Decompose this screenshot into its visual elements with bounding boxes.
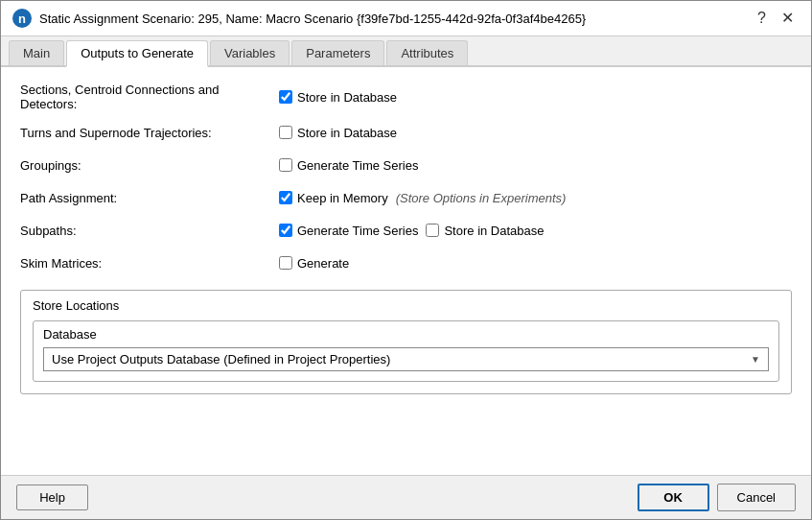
label-path: Path Assignment: bbox=[20, 191, 279, 205]
row-sections: Sections, Centroid Connections and Detec… bbox=[20, 83, 792, 111]
row-subpaths: Subpaths: Generate Time Series Store in … bbox=[20, 219, 792, 242]
ok-button[interactable]: OK bbox=[638, 484, 709, 511]
footer-left: Help bbox=[16, 485, 88, 510]
close-button[interactable]: ✕ bbox=[776, 9, 800, 28]
subpaths-gen-ts-checkbox[interactable] bbox=[279, 224, 292, 237]
tab-main[interactable]: Main bbox=[9, 40, 64, 65]
groupings-gen-ts-label: Generate Time Series bbox=[297, 158, 418, 173]
app-icon: n bbox=[12, 9, 32, 28]
footer: Help OK Cancel bbox=[1, 475, 811, 519]
skim-generate-label: Generate bbox=[297, 256, 349, 271]
dialog: n Static Assignment Scenario: 295, Name:… bbox=[0, 0, 812, 520]
tab-bar: Main Outputs to Generate Variables Param… bbox=[1, 36, 811, 67]
store-locations-group: Store Locations Database Use Project Out… bbox=[20, 290, 792, 394]
row-turns: Turns and Supernode Trajectories: Store … bbox=[20, 121, 792, 144]
subpaths-gen-ts-label: Generate Time Series bbox=[297, 224, 418, 238]
turns-store-db: Store in Database bbox=[279, 126, 397, 140]
subpaths-store-db-label: Store in Database bbox=[444, 224, 544, 238]
controls-groupings: Generate Time Series bbox=[279, 158, 418, 173]
sections-store-db-label: Store in Database bbox=[297, 90, 397, 105]
path-keep-memory: Keep in Memory bbox=[279, 191, 388, 205]
subpaths-gen-ts: Generate Time Series bbox=[279, 224, 418, 238]
path-keep-memory-checkbox[interactable] bbox=[279, 191, 292, 204]
help-footer-button[interactable]: Help bbox=[16, 485, 88, 510]
database-dropdown-value: Use Project Outputs Database (Defined in… bbox=[52, 352, 390, 366]
label-skim: Skim Matrices: bbox=[20, 256, 279, 271]
row-path: Path Assignment: Keep in Memory (Store O… bbox=[20, 186, 792, 209]
sections-store-db: Store in Database bbox=[279, 90, 397, 105]
controls-skim: Generate bbox=[279, 256, 349, 271]
groupings-gen-ts-checkbox[interactable] bbox=[279, 158, 292, 172]
row-groupings: Groupings: Generate Time Series bbox=[20, 154, 792, 177]
path-keep-memory-label: Keep in Memory bbox=[297, 191, 388, 205]
footer-right: OK Cancel bbox=[638, 484, 796, 511]
tab-parameters[interactable]: Parameters bbox=[291, 40, 384, 65]
subpaths-store-db: Store in Database bbox=[426, 224, 544, 238]
turns-store-db-checkbox[interactable] bbox=[279, 126, 292, 139]
controls-path: Keep in Memory (Store Options in Experim… bbox=[279, 191, 566, 205]
row-skim: Skim Matrices: Generate bbox=[20, 251, 792, 274]
help-button[interactable]: ? bbox=[752, 9, 772, 28]
database-group: Database Use Project Outputs Database (D… bbox=[33, 320, 779, 382]
controls-subpaths: Generate Time Series Store in Database bbox=[279, 224, 545, 238]
label-groupings: Groupings: bbox=[20, 158, 279, 173]
title-bar: n Static Assignment Scenario: 295, Name:… bbox=[1, 1, 811, 36]
content-area: Sections, Centroid Connections and Detec… bbox=[1, 67, 811, 475]
label-turns: Turns and Supernode Trajectories: bbox=[20, 126, 279, 140]
label-sections: Sections, Centroid Connections and Detec… bbox=[20, 83, 279, 111]
tab-variables[interactable]: Variables bbox=[210, 40, 290, 65]
subpaths-store-db-checkbox[interactable] bbox=[426, 224, 439, 237]
turns-store-db-label: Store in Database bbox=[297, 126, 397, 140]
title-buttons: ? ✕ bbox=[752, 9, 800, 28]
tab-attributes[interactable]: Attributes bbox=[386, 40, 468, 65]
skim-generate-checkbox[interactable] bbox=[279, 256, 292, 270]
chevron-down-icon: ▼ bbox=[751, 354, 760, 365]
cancel-button[interactable]: Cancel bbox=[717, 484, 796, 511]
label-subpaths: Subpaths: bbox=[20, 224, 279, 238]
skim-generate: Generate bbox=[279, 256, 349, 271]
tab-outputs[interactable]: Outputs to Generate bbox=[66, 40, 208, 67]
dialog-title: Static Assignment Scenario: 295, Name: M… bbox=[39, 12, 744, 26]
controls-turns: Store in Database bbox=[279, 126, 397, 140]
controls-sections: Store in Database bbox=[279, 90, 397, 105]
sections-store-db-checkbox[interactable] bbox=[279, 90, 292, 104]
store-locations-title: Store Locations bbox=[33, 298, 779, 313]
database-title: Database bbox=[43, 327, 769, 342]
groupings-gen-ts: Generate Time Series bbox=[279, 158, 418, 173]
database-dropdown[interactable]: Use Project Outputs Database (Defined in… bbox=[43, 347, 769, 371]
path-store-options-label: (Store Options in Experiments) bbox=[396, 191, 567, 205]
